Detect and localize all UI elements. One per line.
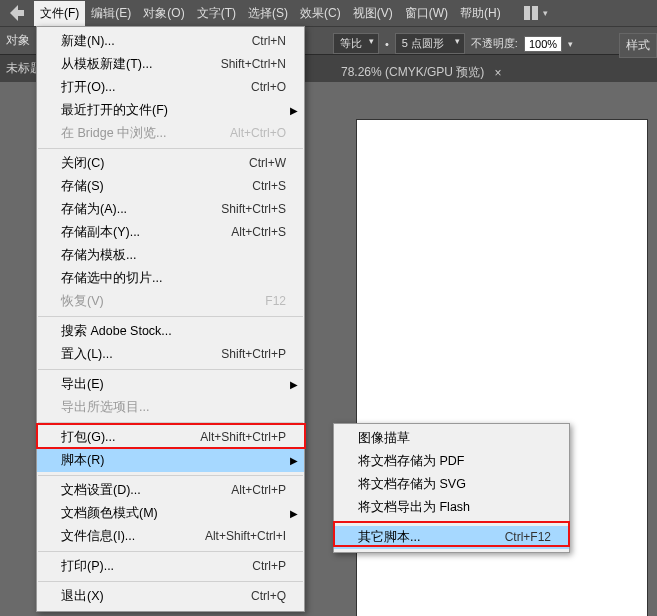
layout-dropdown-icon[interactable]: ▾	[543, 8, 548, 18]
menu-item-label: 脚本(R)	[61, 452, 104, 469]
menu-item[interactable]: 将文档存储为 SVG	[334, 473, 569, 496]
menu-separator	[38, 316, 303, 317]
menu-item[interactable]: 脚本(R)▶	[37, 449, 304, 472]
menu-separator	[38, 581, 303, 582]
menu-item[interactable]: 关闭(C)Ctrl+W	[37, 152, 304, 175]
menu-item[interactable]: 导出(E)▶	[37, 373, 304, 396]
opacity-label: 不透明度:	[471, 36, 518, 51]
menu-shortcut: Alt+Shift+Ctrl+I	[205, 528, 286, 545]
menu-item-label: 打印(P)...	[61, 558, 114, 575]
menu-separator	[38, 422, 303, 423]
menu-item-label: 存储为模板...	[61, 247, 136, 264]
svg-rect-1	[532, 6, 538, 20]
menu-item[interactable]: 置入(L)...Shift+Ctrl+P	[37, 343, 304, 366]
menu-shortcut: Ctrl+N	[252, 33, 286, 50]
menu-item[interactable]: 从模板新建(T)...Shift+Ctrl+N	[37, 53, 304, 76]
menu-item: 恢复(V)F12	[37, 290, 304, 313]
opacity-input[interactable]: 100%	[524, 36, 562, 52]
menu-item-label: 导出所选项目...	[61, 399, 149, 416]
menu-item[interactable]: 新建(N)...Ctrl+N	[37, 30, 304, 53]
menu-item-label: 打包(G)...	[61, 429, 115, 446]
menu-item-label: 恢复(V)	[61, 293, 104, 310]
menu-object[interactable]: 对象(O)	[137, 1, 190, 26]
menu-item[interactable]: 文件信息(I)...Alt+Shift+Ctrl+I	[37, 525, 304, 548]
submenu-arrow-icon: ▶	[290, 376, 298, 393]
menu-item[interactable]: 其它脚本...Ctrl+F12	[334, 526, 569, 549]
menu-item-label: 文档颜色模式(M)	[61, 505, 158, 522]
menu-item-label: 搜索 Adobe Stock...	[61, 323, 172, 340]
menu-item[interactable]: 最近打开的文件(F)▶	[37, 99, 304, 122]
menu-item[interactable]: 存储为模板...	[37, 244, 304, 267]
menu-item[interactable]: 退出(X)Ctrl+Q	[37, 585, 304, 608]
menu-separator	[38, 369, 303, 370]
menu-item[interactable]: 存储为(A)...Shift+Ctrl+S	[37, 198, 304, 221]
menu-item-label: 导出(E)	[61, 376, 104, 393]
document-tab[interactable]: 78.26% (CMYK/GPU 预览)	[341, 64, 484, 81]
menu-item-label: 将文档存储为 SVG	[358, 476, 466, 493]
menu-item[interactable]: 文档设置(D)...Alt+Ctrl+P	[37, 479, 304, 502]
menu-separator	[335, 522, 568, 523]
menu-item-label: 存储副本(Y)...	[61, 224, 140, 241]
menu-item-label: 将文档存储为 PDF	[358, 453, 464, 470]
menu-item[interactable]: 存储(S)Ctrl+S	[37, 175, 304, 198]
close-tab-icon[interactable]: ×	[494, 66, 501, 80]
menu-item-label: 退出(X)	[61, 588, 104, 605]
menu-item[interactable]: 将文档存储为 PDF	[334, 450, 569, 473]
menu-item[interactable]: 打包(G)...Alt+Shift+Ctrl+P	[37, 426, 304, 449]
menu-separator	[38, 475, 303, 476]
fit-dropdown[interactable]: 等比	[333, 33, 379, 54]
menu-file[interactable]: 文件(F)	[34, 1, 85, 26]
menu-item[interactable]: 打印(P)...Ctrl+P	[37, 555, 304, 578]
menu-shortcut: Ctrl+F12	[505, 529, 551, 546]
menu-shortcut: Alt+Ctrl+O	[230, 125, 286, 142]
menu-item[interactable]: 将文档导出为 Flash	[334, 496, 569, 519]
scripts-submenu: 图像描草将文档存储为 PDF将文档存储为 SVG将文档导出为 Flash其它脚本…	[333, 423, 570, 553]
menu-view[interactable]: 视图(V)	[347, 1, 399, 26]
menu-shortcut: Shift+Ctrl+P	[221, 346, 286, 363]
menu-item-label: 从模板新建(T)...	[61, 56, 152, 73]
menu-item-label: 关闭(C)	[61, 155, 104, 172]
menu-item-label: 存储选中的切片...	[61, 270, 162, 287]
menu-shortcut: Ctrl+P	[252, 558, 286, 575]
menu-edit[interactable]: 编辑(E)	[85, 1, 137, 26]
menu-shortcut: Ctrl+W	[249, 155, 286, 172]
menu-item: 在 Bridge 中浏览...Alt+Ctrl+O	[37, 122, 304, 145]
submenu-arrow-icon: ▶	[290, 102, 298, 119]
menu-item[interactable]: 搜索 Adobe Stock...	[37, 320, 304, 343]
menu-item-label: 在 Bridge 中浏览...	[61, 125, 167, 142]
menu-shortcut: Alt+Shift+Ctrl+P	[200, 429, 286, 446]
submenu-arrow-icon: ▶	[290, 452, 298, 469]
menu-effect[interactable]: 效果(C)	[294, 1, 347, 26]
menu-separator	[38, 148, 303, 149]
menu-item-label: 将文档导出为 Flash	[358, 499, 470, 516]
stroke-dropdown[interactable]: 5 点圆形	[395, 33, 465, 54]
menu-item: 导出所选项目...	[37, 396, 304, 419]
menu-shortcut: Shift+Ctrl+N	[221, 56, 286, 73]
opacity-dropdown-icon[interactable]: ▾	[568, 39, 573, 49]
menu-help[interactable]: 帮助(H)	[454, 1, 507, 26]
menu-item-label: 文档设置(D)...	[61, 482, 141, 499]
menu-window[interactable]: 窗口(W)	[399, 1, 454, 26]
menu-text[interactable]: 文字(T)	[191, 1, 242, 26]
menu-item[interactable]: 图像描草	[334, 427, 569, 450]
menu-item[interactable]: 存储副本(Y)...Alt+Ctrl+S	[37, 221, 304, 244]
menu-separator	[38, 551, 303, 552]
menu-shortcut: Ctrl+Q	[251, 588, 286, 605]
menu-item-label: 其它脚本...	[358, 529, 420, 546]
menu-item-label: 打开(O)...	[61, 79, 115, 96]
menu-item[interactable]: 存储选中的切片...	[37, 267, 304, 290]
menu-item[interactable]: 文档颜色模式(M)▶	[37, 502, 304, 525]
layout-icon[interactable]	[523, 5, 539, 21]
svg-rect-0	[524, 6, 530, 20]
bullet-icon: •	[385, 38, 389, 50]
menu-item[interactable]: 打开(O)...Ctrl+O	[37, 76, 304, 99]
menu-shortcut: Alt+Ctrl+P	[231, 482, 286, 499]
menu-shortcut: Shift+Ctrl+S	[221, 201, 286, 218]
app-icon	[8, 3, 28, 23]
menubar: 文件(F) 编辑(E) 对象(O) 文字(T) 选择(S) 效果(C) 视图(V…	[0, 0, 657, 26]
menu-select[interactable]: 选择(S)	[242, 1, 294, 26]
styles-button[interactable]: 样式	[619, 33, 657, 58]
toolbar-left-label: 对象	[6, 32, 30, 49]
menu-shortcut: Ctrl+S	[252, 178, 286, 195]
menu-item-label: 置入(L)...	[61, 346, 113, 363]
